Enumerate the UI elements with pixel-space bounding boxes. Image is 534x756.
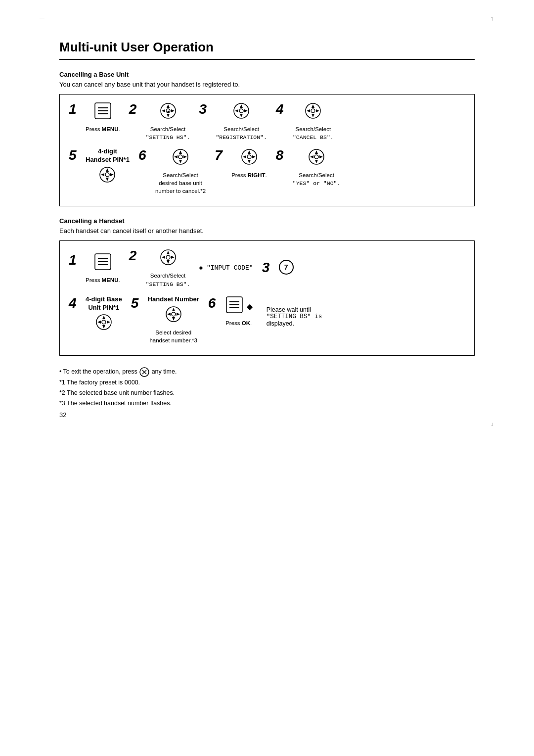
svg-point-68 xyxy=(172,312,176,316)
section-cancel-base-unit: Cancelling a Base Unit You can cancel an… xyxy=(59,71,475,206)
step-4: 4 Search/Select"CAN xyxy=(276,101,334,142)
s2-step-1: 1 Press MENU. xyxy=(69,252,120,284)
section1-desc: You can cancel any base unit that your h… xyxy=(59,81,475,88)
step-1-body: Press MENU. xyxy=(86,101,120,133)
step-6-number: 6 xyxy=(138,148,152,162)
svg-point-56 xyxy=(166,255,170,259)
s2-step-1-number: 1 xyxy=(69,253,83,267)
step-5-number: 5 xyxy=(69,148,83,162)
step-4-number: 4 xyxy=(276,102,290,116)
s2-step-2-body: Search/Select"SETTING BS". xyxy=(146,248,190,288)
step-4-body: Search/Select"CANCEL BS". xyxy=(293,101,334,142)
step-3-icon xyxy=(231,101,252,122)
instruction-box-1: 1 Press MENU. xyxy=(59,94,475,206)
svg-marker-12 xyxy=(240,104,243,108)
s2-step-2-icon xyxy=(158,248,178,268)
s2-step-1-body: Press MENU. xyxy=(86,252,120,284)
svg-marker-20 xyxy=(307,109,310,112)
step-1-number: 1 xyxy=(69,102,83,116)
svg-point-16 xyxy=(239,109,243,113)
s2-wait-label2: "SETTING BS" is xyxy=(267,313,322,320)
s2-step-3-icon: 7 xyxy=(279,260,294,275)
svg-marker-18 xyxy=(312,104,314,108)
s2-step-1-label: Press MENU. xyxy=(86,276,120,284)
svg-marker-58 xyxy=(102,316,105,319)
svg-marker-5 xyxy=(167,104,170,108)
svg-marker-59 xyxy=(102,325,105,329)
step-7-body: Press RIGHT. xyxy=(231,147,267,179)
s2-step-6: 6 ◆ xyxy=(208,295,253,327)
page: — ┐ ┘ Multi-unit User Operation Cancelli… xyxy=(0,0,534,448)
steps-row1: 1 Press MENU. xyxy=(69,101,465,145)
svg-marker-61 xyxy=(107,321,110,324)
step-6: 6 Search/Selectdesi xyxy=(138,147,206,195)
page-number: 32 xyxy=(59,411,66,419)
s2-step-5: 5 Handset Number xyxy=(131,295,199,344)
svg-marker-39 xyxy=(252,155,256,158)
step-8-icon xyxy=(306,147,327,168)
s2-step-1-icon xyxy=(93,252,112,273)
step-2-icon: ◆ xyxy=(158,101,178,122)
step-2: 2 ◆ xyxy=(129,101,190,142)
notes-section: • To exit the operation, press any time.… xyxy=(59,367,475,409)
svg-marker-43 xyxy=(315,160,318,163)
section-cancel-handset: Cancelling a Handset Each handset can ca… xyxy=(59,217,475,355)
step-2-label: Search/Select"SETTING HS". xyxy=(146,125,190,142)
step-3-number: 3 xyxy=(199,102,213,116)
svg-marker-38 xyxy=(243,155,246,158)
section2-desc: Each handset can cancel itself or anothe… xyxy=(59,227,475,235)
step-2-body: ◆ Search/Select"SETTING HS". xyxy=(146,101,190,142)
svg-marker-44 xyxy=(310,155,313,158)
step-3-body: Search/Select"REGISTRATION". xyxy=(216,101,267,142)
step-6-label: Search/Selectdesired base unitnumber to … xyxy=(155,171,206,195)
svg-marker-27 xyxy=(110,173,114,176)
step-5: 5 4-digitHandset PIN*1 xyxy=(69,147,130,188)
svg-marker-19 xyxy=(312,114,314,117)
svg-marker-60 xyxy=(97,321,101,324)
s2-step-4-icon xyxy=(93,313,114,333)
page-title: Multi-unit User Operation xyxy=(59,40,475,60)
s2-step-5-label-main: Handset Number xyxy=(148,295,199,304)
s2-step-4-number: 4 xyxy=(69,296,83,310)
s2-step-5-body: Handset Number Select desiredh xyxy=(148,295,199,344)
svg-marker-15 xyxy=(244,109,248,112)
steps-row2: 5 4-digitHandset PIN*1 xyxy=(69,147,465,199)
s2-step-4: 4 4-digit BaseUnit PIN*1 xyxy=(69,295,122,335)
svg-marker-55 xyxy=(171,256,175,259)
s2-wait-label3: displayed. xyxy=(267,320,322,327)
footnote-1: *1 The factory preset is 0000. xyxy=(59,378,475,388)
svg-marker-42 xyxy=(315,150,318,154)
note-bullet: • To exit the operation, press any time. xyxy=(59,367,475,378)
svg-marker-30 xyxy=(179,150,182,154)
step-1: 1 Press MENU. xyxy=(69,101,120,133)
svg-marker-8 xyxy=(171,109,175,112)
svg-marker-53 xyxy=(167,260,170,264)
svg-marker-37 xyxy=(248,160,251,163)
step-2-number: 2 xyxy=(129,102,143,116)
s2-step-4-label-main: 4-digit BaseUnit PIN*1 xyxy=(86,295,122,312)
step-4-label: Search/Select"CANCEL BS". xyxy=(293,125,334,142)
step-8-number: 8 xyxy=(276,148,290,162)
s2-step-4-body: 4-digit BaseUnit PIN*1 xyxy=(86,295,122,335)
s2-step-5-icon xyxy=(163,305,184,325)
step-7-number: 7 xyxy=(215,148,228,162)
svg-marker-31 xyxy=(179,160,182,163)
step-5-label-main: 4-digitHandset PIN*1 xyxy=(86,147,130,164)
svg-marker-54 xyxy=(162,256,165,259)
svg-point-40 xyxy=(247,155,251,159)
s2-wait-label1: Please wait until xyxy=(267,306,322,313)
step-7: 7 Press RIGHT. xyxy=(215,147,267,179)
input-code-label: ◆ "INPUT CODE" xyxy=(199,264,253,272)
svg-marker-6 xyxy=(167,114,170,117)
step-8-body: Search/Select"YES" or "NO". xyxy=(293,147,341,188)
svg-marker-65 xyxy=(172,317,175,321)
section1-title: Cancelling a Base Unit xyxy=(59,71,475,78)
s2-step-6-menu-icon xyxy=(225,295,244,316)
step-7-label: Press RIGHT. xyxy=(231,171,267,179)
svg-marker-32 xyxy=(174,155,178,158)
s2-step-3-number: 3 xyxy=(262,261,276,275)
svg-marker-64 xyxy=(172,308,175,311)
step-5-body: 4-digitHandset PIN*1 xyxy=(86,147,130,188)
step-8-label: Search/Select"YES" or "NO". xyxy=(293,171,341,188)
footnote-2: *2 The selected base unit number flashes… xyxy=(59,388,475,398)
